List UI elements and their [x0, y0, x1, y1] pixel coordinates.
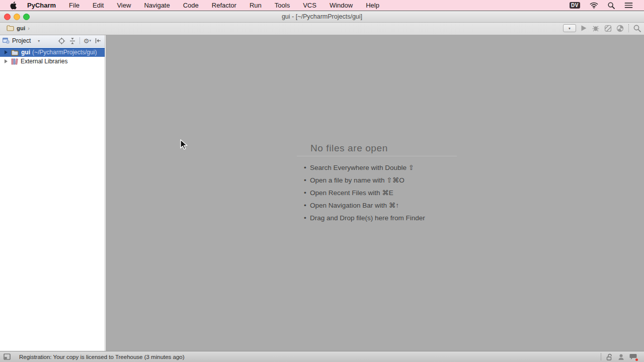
project-tree: gui (~/PycharmProjects/gui) External Lib…	[0, 48, 105, 66]
libraries-icon	[11, 58, 18, 65]
minimize-window-button[interactable]	[14, 14, 20, 20]
apple-menu-icon[interactable]	[10, 2, 17, 10]
menu-run[interactable]: Run	[250, 2, 262, 9]
menu-refactor[interactable]: Refactor	[212, 2, 236, 9]
dv-status-badge[interactable]: DV	[570, 2, 580, 9]
hide-panel-icon[interactable]	[95, 37, 102, 44]
debug-button[interactable]	[592, 25, 600, 32]
project-tab-dropdown-icon[interactable]: ▾	[38, 39, 40, 43]
tree-item-external-libraries[interactable]: External Libraries	[0, 57, 105, 66]
empty-state-heading: No files are open	[297, 143, 457, 156]
menu-window[interactable]: Window	[330, 2, 353, 9]
empty-state-panel: No files are open Search Everywhere with…	[297, 143, 457, 224]
tip-open-recent-files: Open Recent Files with ⌘E	[297, 187, 457, 199]
unlock-icon[interactable]	[606, 353, 613, 360]
spotlight-search-icon[interactable]	[608, 2, 615, 9]
notification-center-icon[interactable]	[624, 2, 633, 9]
toolbar-divider	[628, 24, 629, 32]
notification-dot	[635, 358, 638, 361]
folder-icon	[11, 49, 19, 56]
macos-menu-bar: PyCharm File Edit View Navigate Code Ref…	[0, 0, 644, 11]
window-title-bar: gui - [~/PycharmProjects/gui]	[0, 11, 644, 23]
coverage-button[interactable]	[604, 25, 612, 32]
expand-arrow-icon[interactable]	[5, 50, 8, 54]
tip-open-file-by-name: Open a file by name with ⇧⌘O	[297, 174, 457, 187]
tree-item-gui-project[interactable]: gui (~/PycharmProjects/gui)	[0, 48, 105, 57]
menu-navigate[interactable]: Navigate	[144, 2, 170, 9]
close-window-button[interactable]	[4, 14, 11, 20]
run-configuration-select[interactable]: ▼	[563, 24, 576, 32]
hector-inspector-icon[interactable]	[618, 353, 624, 360]
status-message: Registration: Your copy is licensed to T…	[19, 354, 185, 360]
project-tab-label[interactable]: Project	[12, 37, 31, 44]
zoom-window-button[interactable]	[23, 14, 30, 20]
profiler-button[interactable]	[616, 25, 624, 32]
tree-item-path: (~/PycharmProjects/gui)	[32, 49, 97, 56]
run-button[interactable]	[581, 25, 587, 32]
menu-code[interactable]: Code	[183, 2, 199, 9]
project-tab-icon	[2, 37, 10, 44]
menu-help[interactable]: Help	[366, 2, 379, 9]
breadcrumb-project-name[interactable]: gui	[17, 25, 25, 31]
tip-drag-and-drop: Drag and Drop file(s) here from Finder	[297, 212, 457, 224]
combo-arrow-icon: ▼	[568, 26, 571, 30]
wifi-icon[interactable]	[590, 2, 598, 9]
mouse-cursor	[180, 139, 189, 152]
gear-glyph: ⚙	[84, 38, 90, 44]
expand-arrow-icon[interactable]	[5, 59, 8, 63]
menu-edit[interactable]: Edit	[93, 2, 104, 9]
project-tool-window: Project ▾ ⚙▾ gui (~/PycharmProjects	[0, 35, 105, 351]
collapse-all-icon[interactable]	[69, 37, 76, 45]
breadcrumb[interactable]: gui ›	[7, 25, 30, 31]
breadcrumb-chevron-icon: ›	[28, 25, 30, 31]
window-title: gui - [~/PycharmProjects/gui]	[0, 13, 644, 20]
statusbar-divider	[601, 353, 601, 360]
tree-item-name[interactable]: External Libraries	[21, 58, 67, 65]
menu-file[interactable]: File	[69, 2, 79, 9]
panel-settings-gear-icon[interactable]: ⚙▾	[84, 38, 91, 44]
gear-dropdown-arrow: ▾	[89, 39, 91, 43]
tip-open-navigation-bar: Open Navigation Bar with ⌘↑	[297, 199, 457, 212]
menu-tools[interactable]: Tools	[275, 2, 290, 9]
locate-file-icon[interactable]	[58, 37, 65, 45]
toolwindow-toggle-icon[interactable]	[4, 353, 11, 360]
tip-search-everywhere: Search Everywhere with Double ⇧	[297, 161, 457, 174]
status-bar: Registration: Your copy is licensed to T…	[0, 351, 644, 362]
ide-toolbar: gui › ▼	[0, 23, 644, 35]
panel-header-divider	[79, 37, 80, 44]
project-folder-icon	[7, 25, 14, 31]
tree-item-name[interactable]: gui	[21, 49, 30, 56]
menubar-app-name[interactable]: PyCharm	[27, 2, 56, 9]
event-log-bubble-icon[interactable]	[629, 353, 637, 360]
menu-view[interactable]: View	[117, 2, 131, 9]
menu-vcs[interactable]: VCS	[303, 2, 316, 9]
empty-state-tips: Search Everywhere with Double ⇧ Open a f…	[297, 161, 457, 224]
project-panel-header: Project ▾ ⚙▾	[0, 35, 105, 47]
search-everywhere-icon[interactable]	[633, 25, 641, 32]
